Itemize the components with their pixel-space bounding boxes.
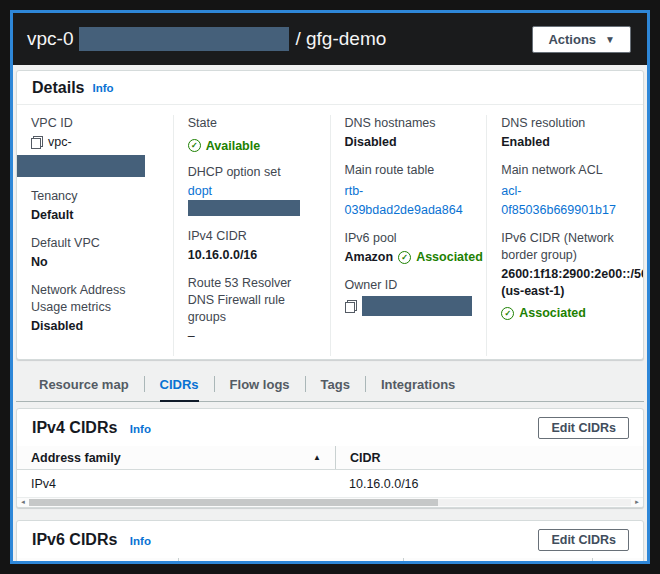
- edit-ipv4-cidrs-button[interactable]: Edit CIDRs: [538, 417, 629, 439]
- column-header-pool: Pool: [592, 558, 643, 562]
- status-associated: ✓ Associated: [501, 306, 586, 320]
- column-header-cidr: CIDR: [178, 558, 403, 562]
- redacted-vpc-id-title: [79, 27, 289, 51]
- copy-icon[interactable]: [345, 300, 357, 313]
- ipv4-info-link[interactable]: Info: [130, 423, 151, 435]
- edit-ipv6-cidrs-button[interactable]: Edit CIDRs: [538, 529, 629, 551]
- caret-down-icon: ▼: [605, 34, 615, 45]
- field-label: DHCP option set: [188, 164, 316, 181]
- field-label: IPv4 CIDR: [188, 228, 316, 245]
- tab-divider: [365, 376, 366, 392]
- field-nau-metrics: Network Address Usage metrics Disabled: [31, 282, 159, 335]
- cell-cidr: 10.16.0.0/16: [335, 470, 643, 497]
- page-content: Details Info VPC ID vpc- Te: [13, 65, 647, 561]
- column-header-label: Address family: [31, 451, 121, 465]
- field-value: No: [31, 254, 159, 271]
- actions-button[interactable]: Actions ▼: [532, 26, 631, 53]
- field-value: Available: [206, 139, 260, 153]
- field-value: Enabled: [501, 134, 629, 151]
- field-value: Disabled: [31, 318, 159, 335]
- field-label: IPv6 pool: [345, 230, 473, 247]
- status-associated: ✓ Associated: [398, 249, 483, 266]
- page-title-suffix: / gfg-demo: [295, 28, 386, 50]
- tab-divider: [214, 376, 215, 392]
- field-owner-id: Owner ID: [345, 277, 473, 316]
- main-network-acl-link[interactable]: acl-0f85036b669901b17: [501, 184, 616, 217]
- scrollbar-thumb[interactable]: [29, 499, 438, 506]
- scrollbar-track[interactable]: [29, 499, 631, 506]
- tab-resource-map[interactable]: Resource map: [39, 367, 129, 402]
- page-title: vpc-0 / gfg-demo: [27, 27, 386, 51]
- field-label: VPC ID: [31, 115, 159, 132]
- field-label: Owner ID: [345, 277, 473, 294]
- field-label: DNS hostnames: [345, 115, 473, 132]
- field-value: Disabled: [345, 134, 473, 151]
- redacted-dhcp-id: [188, 200, 300, 216]
- scroll-right-icon[interactable]: ►: [634, 499, 640, 505]
- field-value: Amazon: [345, 249, 394, 266]
- page-header: vpc-0 / gfg-demo Actions ▼: [13, 13, 647, 65]
- tab-tags[interactable]: Tags: [321, 367, 350, 402]
- column-header-cidr: CIDR: [335, 446, 643, 469]
- field-main-network-acl: Main network ACL acl-0f85036b669901b17: [501, 162, 629, 219]
- column-header-network-border-group: Network Border Group: [403, 558, 592, 562]
- tab-bar: Resource map CIDRs Flow logs Tags Integr…: [16, 367, 644, 402]
- tab-cidrs[interactable]: CIDRs: [160, 367, 199, 402]
- tab-divider: [305, 376, 306, 392]
- field-main-route-table: Main route table rtb-039bdad2de9ada864: [345, 162, 473, 219]
- table-row: IPv4 10.16.0.0/16: [17, 470, 643, 497]
- field-label: IPv6 CIDR (Network border group): [501, 230, 629, 264]
- main-route-table-link[interactable]: rtb-039bdad2de9ada864: [345, 184, 463, 217]
- redacted-owner-id: [362, 296, 472, 316]
- field-state: State ✓ Available: [188, 115, 316, 153]
- field-ipv4-cidr: IPv4 CIDR 10.16.0.0/16: [188, 228, 316, 264]
- tab-flow-logs[interactable]: Flow logs: [230, 367, 290, 402]
- field-default-vpc: Default VPC No: [31, 235, 159, 271]
- column-header-label: CIDR: [350, 451, 381, 465]
- field-value: 2600:1f18:2900:2e00::/56 (us-east-1): [501, 266, 629, 300]
- ipv6-cidrs-panel: IPv6 CIDRs Info Edit CIDRs Address famil…: [16, 520, 644, 562]
- status-label: Associated: [416, 249, 483, 266]
- dhcp-option-set-link[interactable]: dopt: [188, 184, 212, 198]
- field-value: 10.16.0.0/16: [188, 247, 316, 264]
- redacted-vpc-id: [17, 155, 145, 177]
- tab-integrations[interactable]: Integrations: [381, 367, 455, 402]
- field-value: –: [188, 328, 316, 345]
- details-info-link[interactable]: Info: [92, 82, 113, 94]
- field-value: Default: [31, 207, 159, 224]
- page-title-prefix: vpc-0: [27, 28, 73, 50]
- field-dhcp-option-set: DHCP option set dopt: [188, 164, 316, 217]
- cell-address-family: IPv4: [17, 470, 335, 497]
- field-ipv6-pool: IPv6 pool Amazon ✓ Associated: [345, 230, 473, 266]
- details-panel-header: Details Info: [17, 71, 643, 104]
- field-label: Default VPC: [31, 235, 159, 252]
- ipv4-cidrs-panel: IPv4 CIDRs Info Edit CIDRs Address famil…: [16, 408, 644, 508]
- console-frame: vpc-0 / gfg-demo Actions ▼ Details Info …: [10, 10, 650, 564]
- ipv4-cidrs-heading: IPv4 CIDRs: [32, 419, 117, 436]
- column-header-address-family[interactable]: Address family ▲: [17, 446, 335, 469]
- field-dns-hostnames: DNS hostnames Disabled: [345, 115, 473, 151]
- field-label: Main network ACL: [501, 162, 629, 179]
- scroll-left-icon[interactable]: ◄: [20, 499, 26, 505]
- details-column-4: DNS resolution Enabled Main network ACL …: [486, 115, 643, 356]
- ipv4-table-header-row: Address family ▲ CIDR: [17, 446, 643, 470]
- ipv6-info-link[interactable]: Info: [130, 535, 151, 547]
- field-ipv6-cidr-nbg: IPv6 CIDR (Network border group) 2600:1f…: [501, 230, 629, 320]
- check-circle-icon: ✓: [501, 307, 514, 320]
- ipv6-table-header-row: Address family ▲ CIDR Network Border Gro…: [17, 558, 643, 562]
- copy-icon[interactable]: [31, 136, 43, 149]
- column-header-address-family[interactable]: Address family ▲: [17, 558, 178, 562]
- ipv6-cidrs-heading: IPv6 CIDRs: [32, 531, 117, 548]
- details-panel: Details Info VPC ID vpc- Te: [16, 70, 644, 360]
- details-grid: VPC ID vpc- Tenancy Default Default VPC: [17, 105, 643, 359]
- field-value: vpc-: [48, 134, 72, 151]
- tab-divider: [144, 376, 145, 392]
- field-label: State: [188, 115, 316, 132]
- sort-ascending-icon: ▲: [313, 453, 321, 462]
- check-circle-icon: ✓: [398, 251, 411, 264]
- check-circle-icon: ✓: [188, 139, 201, 152]
- details-column-2: State ✓ Available DHCP option set dopt: [173, 115, 330, 356]
- ipv4-panel-header: IPv4 CIDRs Info Edit CIDRs: [17, 409, 643, 446]
- details-column-1: VPC ID vpc- Tenancy Default Default VPC: [17, 115, 173, 356]
- ipv4-horizontal-scrollbar[interactable]: ◄ ►: [17, 497, 643, 507]
